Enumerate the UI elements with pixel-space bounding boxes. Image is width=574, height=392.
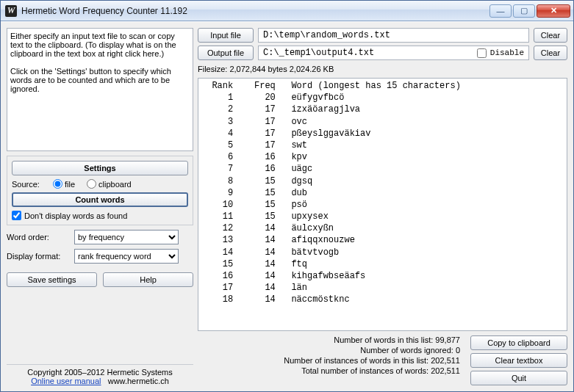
dont-display-check[interactable]: Don't display words as found <box>12 211 188 220</box>
disable-output-checkbox-input[interactable] <box>477 48 487 58</box>
online-manual-link[interactable]: Online user manual <box>31 377 101 385</box>
filesize-text: Filesize: 2,072,844 bytes 2,024.26 KB <box>198 63 567 75</box>
copy-clipboard-button[interactable]: Copy to clipboard <box>470 335 567 350</box>
word-order-select[interactable]: by frequency <box>74 230 179 244</box>
source-clipboard-label: clipboard <box>98 180 132 189</box>
clear-textbox-button[interactable]: Clear textbox <box>470 353 567 368</box>
maximize-button[interactable]: ▢ <box>513 4 535 18</box>
footer: Copyright 2005–2012 Hermetic Systems Onl… <box>7 364 193 385</box>
input-file-row: Input file D:\temp\random_words.txt Clea… <box>198 28 567 43</box>
stats-buttons: Copy to clipboard Clear textbox Quit <box>470 335 567 385</box>
titlebar: W Hermetic Word Frequency Counter 11.192… <box>1 1 573 21</box>
word-order-row: Word order: by frequency <box>7 230 193 244</box>
display-format-row: Display format: rank frequency word <box>7 249 193 264</box>
stats-text: Number of words in this list: 99,877 Num… <box>198 335 463 375</box>
dont-display-checkbox-input[interactable] <box>12 211 21 220</box>
source-file-label: file <box>65 180 75 189</box>
clear-input-button[interactable]: Clear <box>534 28 567 43</box>
instructions-textbox[interactable]: Either specify an input text file to sca… <box>7 28 193 151</box>
input-file-button[interactable]: Input file <box>198 28 254 43</box>
clear-output-button[interactable]: Clear <box>534 46 567 60</box>
client-area: Either specify an input text file to sca… <box>1 21 573 391</box>
input-file-path[interactable]: D:\temp\random_words.txt <box>258 28 529 43</box>
source-file-radio[interactable]: file <box>53 179 75 189</box>
source-row: Source: file clipboard <box>12 179 188 189</box>
source-clipboard-radio[interactable]: clipboard <box>87 179 132 189</box>
left-panel: Either specify an input text file to sca… <box>7 28 193 385</box>
stat-words-in-list: Number of words in this list: 99,877 <box>334 335 460 344</box>
disable-label: Disable <box>490 48 524 57</box>
main-window: W Hermetic Word Frequency Counter 11.192… <box>0 0 574 392</box>
source-file-radio-input[interactable] <box>53 179 62 189</box>
display-format-select[interactable]: rank frequency word <box>74 249 179 264</box>
stat-words-ignored: Number of words ignored: 0 <box>360 346 460 355</box>
settings-button[interactable]: Settings <box>12 161 188 175</box>
output-file-button[interactable]: Output file <box>198 46 254 60</box>
copyright-text: Copyright 2005–2012 Hermetic Systems <box>7 368 193 377</box>
count-words-button[interactable]: Count words <box>12 192 188 207</box>
minimize-button[interactable]: — <box>489 4 512 18</box>
save-settings-button[interactable]: Save settings <box>7 272 97 287</box>
close-button[interactable]: ✕ <box>537 4 570 18</box>
results-textbox[interactable]: Rank Freq Word (longest has 15 character… <box>198 78 567 331</box>
disable-output-check[interactable]: Disable <box>474 46 524 60</box>
dont-display-label: Don't display words as found <box>24 211 127 220</box>
footer-links: Online user manual www.hermetic.ch <box>7 377 193 385</box>
source-label: Source: <box>12 180 49 189</box>
window-controls: — ▢ ✕ <box>489 4 570 18</box>
word-order-label: Word order: <box>7 233 70 242</box>
app-icon: W <box>5 5 17 17</box>
stat-total-instances: Total number of instances of words: 202,… <box>301 366 460 375</box>
window-title: Hermetic Word Frequency Counter 11.192 <box>21 6 489 16</box>
stats-row: Number of words in this list: 99,877 Num… <box>198 335 567 385</box>
help-button[interactable]: Help <box>103 272 193 287</box>
display-format-label: Display format: <box>7 252 70 261</box>
site-text: www.hermetic.ch <box>108 377 169 385</box>
output-file-row: Output file C:\_temp1\output4.txt Disabl… <box>198 46 567 60</box>
settings-panel: Settings Source: file clipboard Count wo… <box>7 156 193 225</box>
source-clipboard-radio-input[interactable] <box>87 179 96 189</box>
stat-instances-in-list: Number of instances of words in this lis… <box>284 356 460 365</box>
right-panel: Input file D:\temp\random_words.txt Clea… <box>198 28 567 385</box>
quit-button[interactable]: Quit <box>470 371 567 385</box>
output-file-path[interactable]: C:\_temp1\output4.txt <box>263 48 467 58</box>
output-file-path-box: C:\_temp1\output4.txt Disable <box>258 46 529 60</box>
